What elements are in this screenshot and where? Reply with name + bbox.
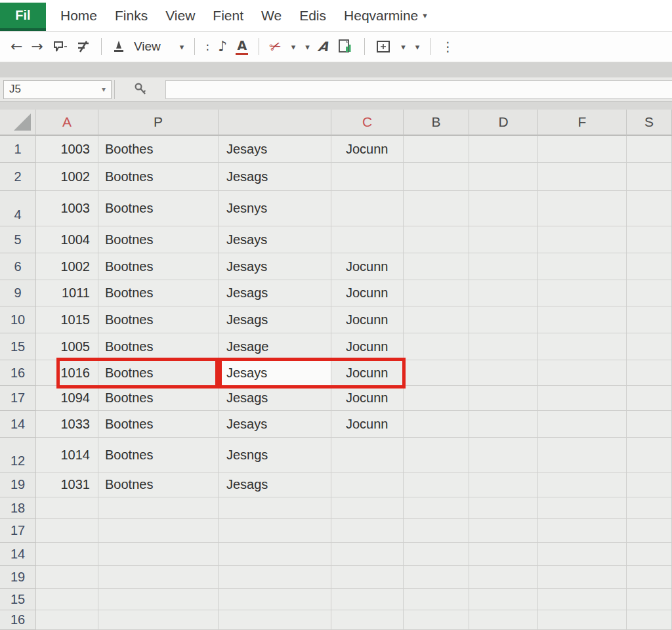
column-header-F[interactable]: F [538,110,627,136]
cell[interactable] [98,497,219,519]
cell[interactable] [404,472,469,497]
cell[interactable] [469,253,538,280]
font-color-icon[interactable]: A [236,38,248,55]
cell[interactable] [404,136,469,163]
cell[interactable]: Jesags [219,386,331,411]
cell[interactable] [469,191,538,226]
cell[interactable] [331,438,404,472]
cell[interactable] [627,306,672,333]
cell[interactable] [36,519,98,543]
cell[interactable] [538,191,627,226]
cell[interactable]: 1014 [36,438,98,472]
cell[interactable]: Bootnes [98,472,219,497]
row-header-19[interactable]: 19 [0,472,36,497]
cell[interactable]: 1016 [36,360,98,386]
dropdown-icon[interactable]: ▾ [401,42,406,52]
cell[interactable] [627,519,672,543]
cell[interactable]: Jocunn [331,333,404,360]
cell[interactable] [627,163,672,191]
cell[interactable] [469,386,538,411]
cell[interactable] [627,543,672,566]
cell[interactable]: 1011 [36,280,98,306]
menu-item-view[interactable]: View [165,8,195,24]
cell[interactable]: 1002 [36,253,98,280]
cell[interactable] [469,519,538,543]
cell[interactable]: Jocunn [331,306,404,333]
column-header-B[interactable]: B [404,110,469,136]
cell[interactable]: Bootnes [98,191,219,226]
cell[interactable] [404,519,469,543]
cell[interactable] [404,497,469,519]
cell[interactable] [404,386,469,411]
cell[interactable] [627,253,672,280]
cell[interactable]: Jesage [219,333,331,360]
cell[interactable] [404,163,469,191]
cell[interactable]: Bootnes [98,360,219,386]
cut-icon[interactable]: ✂ [268,38,284,55]
cell[interactable] [538,386,627,411]
cell[interactable] [469,333,538,360]
cell[interactable] [331,163,404,191]
cell[interactable]: Jesays [219,253,331,280]
column-header-S[interactable]: S [627,110,672,136]
cell[interactable] [538,163,627,191]
cell[interactable] [331,589,404,610]
cell[interactable]: Jocunn [331,411,404,438]
cell[interactable] [219,497,331,519]
cell[interactable] [404,438,469,472]
row-header-1[interactable]: 1 [0,136,36,163]
cell[interactable] [469,226,538,253]
cell[interactable] [36,497,98,519]
cell[interactable] [469,566,538,589]
cell[interactable] [469,411,538,438]
cell[interactable]: Jocunn [331,136,404,163]
cell[interactable] [469,610,538,630]
cell[interactable] [219,610,331,630]
cell[interactable] [627,226,672,253]
cell[interactable] [98,519,219,543]
cell[interactable] [538,360,627,386]
cell[interactable] [627,360,672,386]
cell[interactable]: Jesags [219,306,331,333]
column-header-C[interactable]: C [331,110,404,136]
cell[interactable] [331,519,404,543]
cell[interactable]: Jesays [219,411,331,438]
cell[interactable] [469,360,538,386]
cell[interactable] [627,566,672,589]
row-header-15[interactable]: 15 [0,333,36,360]
cell[interactable] [538,411,627,438]
cell[interactable] [404,280,469,306]
cell[interactable]: Jesays [219,136,331,163]
music-note-icon[interactable]: ♪ [218,39,227,54]
redo-icon[interactable]: → [31,39,43,54]
cell[interactable]: 1015 [36,306,98,333]
key-icon[interactable] [133,81,148,97]
name-box-dropdown-icon[interactable]: ▾ [102,85,106,94]
cell[interactable]: Bootnes [98,438,219,472]
cell[interactable]: Jocunn [331,280,404,306]
overflow-menu-icon[interactable]: ⋮ [441,40,454,53]
file-menu-button[interactable]: Fil [0,3,46,31]
cell[interactable]: Jesags [219,280,331,306]
cell[interactable] [469,280,538,306]
cell[interactable]: Bootnes [98,333,219,360]
cell[interactable] [219,543,331,566]
cell[interactable] [331,566,404,589]
cell[interactable]: Jocunn [331,253,404,280]
row-header-12[interactable]: 12 [0,438,36,472]
cell[interactable] [469,136,538,163]
undo-icon[interactable]: ← [10,39,22,54]
cell[interactable] [627,333,672,360]
cell[interactable] [538,497,627,519]
column-header-A[interactable]: A [36,110,98,136]
cell[interactable] [627,411,672,438]
pen-icon[interactable] [112,39,125,54]
strikethrough-icon[interactable] [76,39,91,54]
cell[interactable]: Bootnes [98,386,219,411]
menu-item-home[interactable]: Home [60,8,97,24]
view-dropdown-icon[interactable]: ▾ [180,42,184,52]
cell[interactable]: 1031 [36,472,98,497]
cell[interactable] [36,566,98,589]
cell[interactable] [627,610,672,630]
row-header-2[interactable]: 2 [0,163,36,191]
